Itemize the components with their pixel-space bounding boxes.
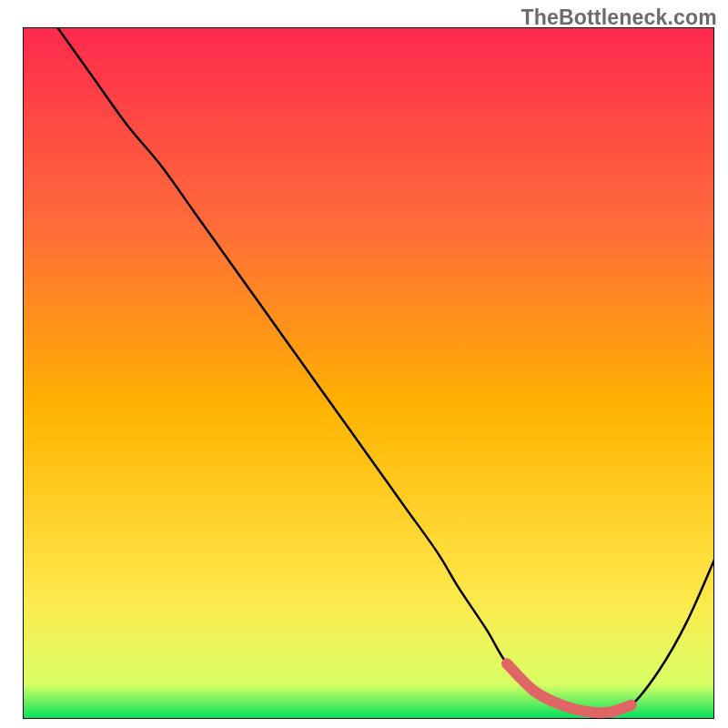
chart-svg [23,27,714,719]
bottleneck-chart [23,27,714,719]
watermark-text: TheBottleneck.com [521,5,717,30]
chart-stage: TheBottleneck.com [0,0,728,728]
gradient-fill [23,27,714,719]
